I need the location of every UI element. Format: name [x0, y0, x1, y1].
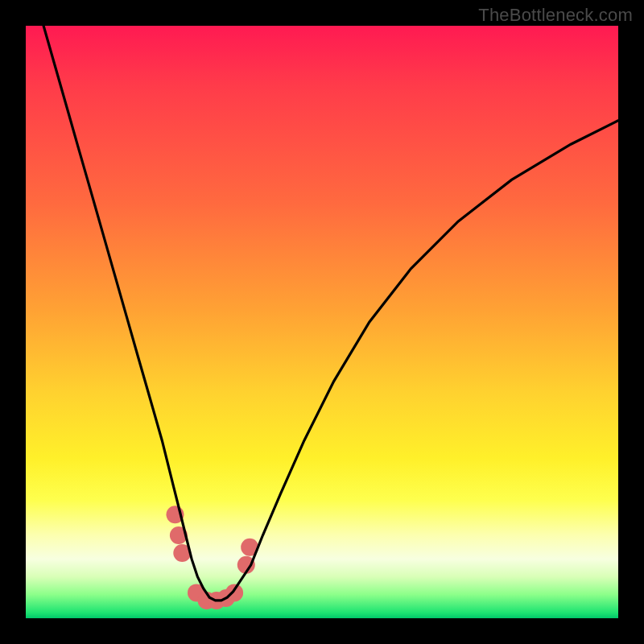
plot-area: [26, 26, 618, 618]
outer-frame: TheBottleneck.com: [0, 0, 644, 644]
attribution-text: TheBottleneck.com: [478, 5, 633, 26]
bottleneck-curve: [43, 26, 618, 601]
data-marker: [225, 584, 243, 601]
data-markers: [167, 506, 259, 609]
curve-layer: [26, 26, 618, 618]
